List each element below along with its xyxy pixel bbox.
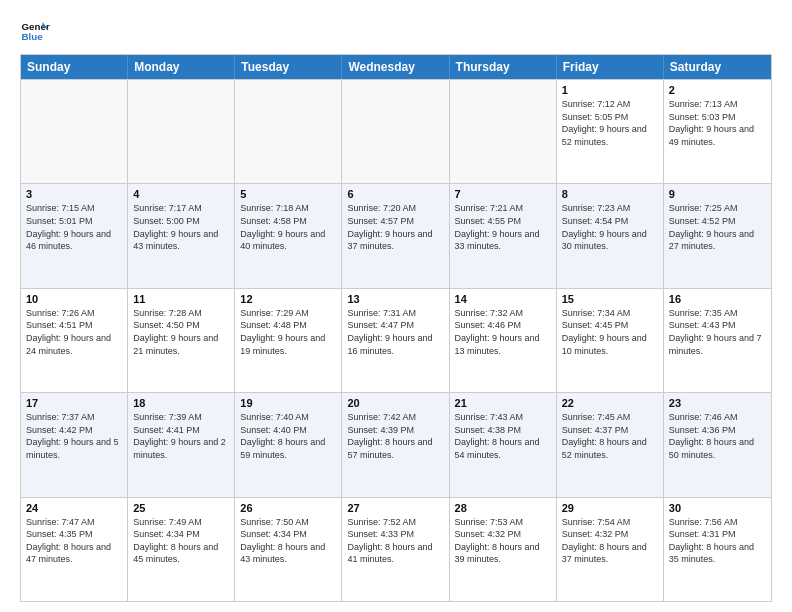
calendar-cell-row4-col3: 27Sunrise: 7:52 AM Sunset: 4:33 PM Dayli… [342, 498, 449, 601]
calendar-cell-row4-col5: 29Sunrise: 7:54 AM Sunset: 4:32 PM Dayli… [557, 498, 664, 601]
calendar-cell-row0-col4 [450, 80, 557, 183]
day-number: 25 [133, 502, 229, 514]
cell-daylight-text: Sunrise: 7:31 AM Sunset: 4:47 PM Dayligh… [347, 307, 443, 357]
cell-daylight-text: Sunrise: 7:25 AM Sunset: 4:52 PM Dayligh… [669, 202, 766, 252]
day-number: 30 [669, 502, 766, 514]
cell-daylight-text: Sunrise: 7:50 AM Sunset: 4:34 PM Dayligh… [240, 516, 336, 566]
cell-daylight-text: Sunrise: 7:54 AM Sunset: 4:32 PM Dayligh… [562, 516, 658, 566]
cell-daylight-text: Sunrise: 7:39 AM Sunset: 4:41 PM Dayligh… [133, 411, 229, 461]
header-cell-friday: Friday [557, 55, 664, 79]
header-cell-sunday: Sunday [21, 55, 128, 79]
calendar-cell-row1-col2: 5Sunrise: 7:18 AM Sunset: 4:58 PM Daylig… [235, 184, 342, 287]
day-number: 24 [26, 502, 122, 514]
cell-daylight-text: Sunrise: 7:32 AM Sunset: 4:46 PM Dayligh… [455, 307, 551, 357]
day-number: 10 [26, 293, 122, 305]
svg-text:Blue: Blue [22, 31, 44, 42]
cell-daylight-text: Sunrise: 7:52 AM Sunset: 4:33 PM Dayligh… [347, 516, 443, 566]
header-cell-monday: Monday [128, 55, 235, 79]
day-number: 1 [562, 84, 658, 96]
calendar-cell-row3-col5: 22Sunrise: 7:45 AM Sunset: 4:37 PM Dayli… [557, 393, 664, 496]
cell-daylight-text: Sunrise: 7:26 AM Sunset: 4:51 PM Dayligh… [26, 307, 122, 357]
calendar-cell-row2-col2: 12Sunrise: 7:29 AM Sunset: 4:48 PM Dayli… [235, 289, 342, 392]
day-number: 2 [669, 84, 766, 96]
calendar-cell-row4-col1: 25Sunrise: 7:49 AM Sunset: 4:34 PM Dayli… [128, 498, 235, 601]
cell-daylight-text: Sunrise: 7:35 AM Sunset: 4:43 PM Dayligh… [669, 307, 766, 357]
calendar-cell-row3-col2: 19Sunrise: 7:40 AM Sunset: 4:40 PM Dayli… [235, 393, 342, 496]
calendar-cell-row2-col1: 11Sunrise: 7:28 AM Sunset: 4:50 PM Dayli… [128, 289, 235, 392]
calendar-cell-row3-col0: 17Sunrise: 7:37 AM Sunset: 4:42 PM Dayli… [21, 393, 128, 496]
header-cell-saturday: Saturday [664, 55, 771, 79]
logo-icon: General Blue [20, 16, 50, 46]
calendar-cell-row1-col1: 4Sunrise: 7:17 AM Sunset: 5:00 PM Daylig… [128, 184, 235, 287]
cell-daylight-text: Sunrise: 7:46 AM Sunset: 4:36 PM Dayligh… [669, 411, 766, 461]
calendar-cell-row4-col2: 26Sunrise: 7:50 AM Sunset: 4:34 PM Dayli… [235, 498, 342, 601]
calendar-cell-row1-col6: 9Sunrise: 7:25 AM Sunset: 4:52 PM Daylig… [664, 184, 771, 287]
calendar-row-2: 10Sunrise: 7:26 AM Sunset: 4:51 PM Dayli… [21, 288, 771, 392]
day-number: 12 [240, 293, 336, 305]
calendar-cell-row2-col0: 10Sunrise: 7:26 AM Sunset: 4:51 PM Dayli… [21, 289, 128, 392]
calendar-cell-row3-col4: 21Sunrise: 7:43 AM Sunset: 4:38 PM Dayli… [450, 393, 557, 496]
day-number: 7 [455, 188, 551, 200]
cell-daylight-text: Sunrise: 7:15 AM Sunset: 5:01 PM Dayligh… [26, 202, 122, 252]
calendar-cell-row1-col5: 8Sunrise: 7:23 AM Sunset: 4:54 PM Daylig… [557, 184, 664, 287]
day-number: 28 [455, 502, 551, 514]
day-number: 3 [26, 188, 122, 200]
calendar-row-1: 3Sunrise: 7:15 AM Sunset: 5:01 PM Daylig… [21, 183, 771, 287]
day-number: 19 [240, 397, 336, 409]
cell-daylight-text: Sunrise: 7:47 AM Sunset: 4:35 PM Dayligh… [26, 516, 122, 566]
day-number: 16 [669, 293, 766, 305]
day-number: 18 [133, 397, 229, 409]
cell-daylight-text: Sunrise: 7:18 AM Sunset: 4:58 PM Dayligh… [240, 202, 336, 252]
calendar-cell-row0-col2 [235, 80, 342, 183]
cell-daylight-text: Sunrise: 7:23 AM Sunset: 4:54 PM Dayligh… [562, 202, 658, 252]
calendar: SundayMondayTuesdayWednesdayThursdayFrid… [20, 54, 772, 602]
calendar-cell-row1-col3: 6Sunrise: 7:20 AM Sunset: 4:57 PM Daylig… [342, 184, 449, 287]
cell-daylight-text: Sunrise: 7:21 AM Sunset: 4:55 PM Dayligh… [455, 202, 551, 252]
day-number: 6 [347, 188, 443, 200]
cell-daylight-text: Sunrise: 7:20 AM Sunset: 4:57 PM Dayligh… [347, 202, 443, 252]
cell-daylight-text: Sunrise: 7:45 AM Sunset: 4:37 PM Dayligh… [562, 411, 658, 461]
cell-daylight-text: Sunrise: 7:53 AM Sunset: 4:32 PM Dayligh… [455, 516, 551, 566]
cell-daylight-text: Sunrise: 7:17 AM Sunset: 5:00 PM Dayligh… [133, 202, 229, 252]
day-number: 22 [562, 397, 658, 409]
calendar-cell-row2-col3: 13Sunrise: 7:31 AM Sunset: 4:47 PM Dayli… [342, 289, 449, 392]
calendar-cell-row3-col3: 20Sunrise: 7:42 AM Sunset: 4:39 PM Dayli… [342, 393, 449, 496]
calendar-header: SundayMondayTuesdayWednesdayThursdayFrid… [21, 55, 771, 79]
cell-daylight-text: Sunrise: 7:42 AM Sunset: 4:39 PM Dayligh… [347, 411, 443, 461]
calendar-row-4: 24Sunrise: 7:47 AM Sunset: 4:35 PM Dayli… [21, 497, 771, 601]
calendar-cell-row4-col4: 28Sunrise: 7:53 AM Sunset: 4:32 PM Dayli… [450, 498, 557, 601]
calendar-cell-row0-col6: 2Sunrise: 7:13 AM Sunset: 5:03 PM Daylig… [664, 80, 771, 183]
calendar-cell-row1-col0: 3Sunrise: 7:15 AM Sunset: 5:01 PM Daylig… [21, 184, 128, 287]
calendar-row-0: 1Sunrise: 7:12 AM Sunset: 5:05 PM Daylig… [21, 79, 771, 183]
cell-daylight-text: Sunrise: 7:49 AM Sunset: 4:34 PM Dayligh… [133, 516, 229, 566]
cell-daylight-text: Sunrise: 7:29 AM Sunset: 4:48 PM Dayligh… [240, 307, 336, 357]
calendar-cell-row4-col6: 30Sunrise: 7:56 AM Sunset: 4:31 PM Dayli… [664, 498, 771, 601]
cell-daylight-text: Sunrise: 7:34 AM Sunset: 4:45 PM Dayligh… [562, 307, 658, 357]
header-cell-thursday: Thursday [450, 55, 557, 79]
day-number: 17 [26, 397, 122, 409]
cell-daylight-text: Sunrise: 7:56 AM Sunset: 4:31 PM Dayligh… [669, 516, 766, 566]
cell-daylight-text: Sunrise: 7:40 AM Sunset: 4:40 PM Dayligh… [240, 411, 336, 461]
calendar-cell-row4-col0: 24Sunrise: 7:47 AM Sunset: 4:35 PM Dayli… [21, 498, 128, 601]
calendar-cell-row3-col1: 18Sunrise: 7:39 AM Sunset: 4:41 PM Dayli… [128, 393, 235, 496]
cell-daylight-text: Sunrise: 7:13 AM Sunset: 5:03 PM Dayligh… [669, 98, 766, 148]
day-number: 4 [133, 188, 229, 200]
cell-daylight-text: Sunrise: 7:37 AM Sunset: 4:42 PM Dayligh… [26, 411, 122, 461]
calendar-cell-row2-col4: 14Sunrise: 7:32 AM Sunset: 4:46 PM Dayli… [450, 289, 557, 392]
calendar-cell-row0-col5: 1Sunrise: 7:12 AM Sunset: 5:05 PM Daylig… [557, 80, 664, 183]
day-number: 29 [562, 502, 658, 514]
calendar-cell-row2-col5: 15Sunrise: 7:34 AM Sunset: 4:45 PM Dayli… [557, 289, 664, 392]
calendar-cell-row2-col6: 16Sunrise: 7:35 AM Sunset: 4:43 PM Dayli… [664, 289, 771, 392]
day-number: 8 [562, 188, 658, 200]
cell-daylight-text: Sunrise: 7:28 AM Sunset: 4:50 PM Dayligh… [133, 307, 229, 357]
svg-text:General: General [22, 21, 51, 32]
header-cell-tuesday: Tuesday [235, 55, 342, 79]
logo: General Blue [20, 16, 54, 46]
calendar-cell-row3-col6: 23Sunrise: 7:46 AM Sunset: 4:36 PM Dayli… [664, 393, 771, 496]
day-number: 26 [240, 502, 336, 514]
day-number: 20 [347, 397, 443, 409]
day-number: 14 [455, 293, 551, 305]
day-number: 15 [562, 293, 658, 305]
day-number: 11 [133, 293, 229, 305]
cell-daylight-text: Sunrise: 7:43 AM Sunset: 4:38 PM Dayligh… [455, 411, 551, 461]
